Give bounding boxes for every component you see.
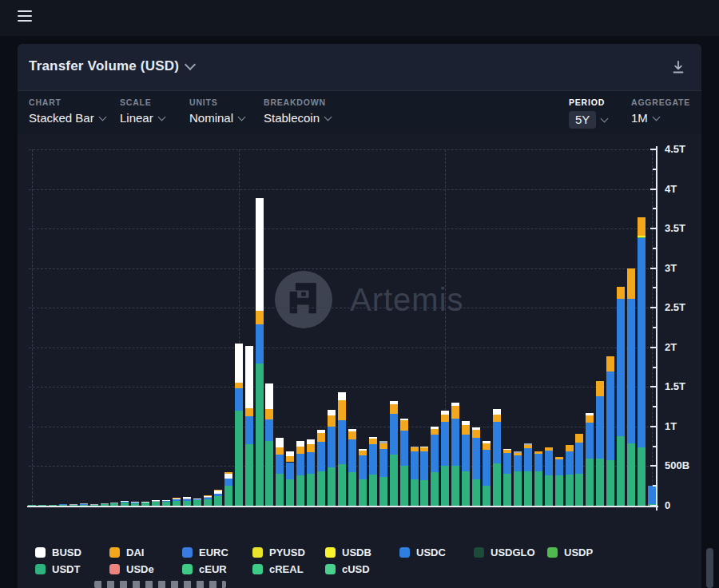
bar-segment-USDT[interactable] [369, 475, 377, 506]
legend-item-USDe[interactable]: USDe [109, 563, 154, 574]
bar-segment-OTHER[interactable] [204, 497, 212, 498]
bar-segment-USDC[interactable] [534, 454, 542, 472]
bar-segment-USDC[interactable] [555, 459, 563, 476]
bar-segment-USDT[interactable] [617, 436, 625, 506]
bar-segment-DAI[interactable] [359, 451, 367, 455]
bar-segment-DAI[interactable] [503, 450, 511, 453]
bar-segment-OTHER[interactable] [101, 503, 109, 504]
bar-segment-USDC[interactable] [617, 299, 625, 435]
bar-segment-BUSD[interactable] [276, 438, 284, 447]
bar-segment-DAI[interactable] [514, 453, 522, 455]
bar-segment-BUSD[interactable] [369, 437, 377, 439]
bar-segment-USDC[interactable] [493, 422, 501, 464]
legend-item-USDC[interactable]: USDC [399, 546, 446, 558]
bar-segment-USDT[interactable] [638, 447, 646, 506]
bar-segment-BUSD[interactable] [162, 500, 170, 501]
bar-segment-DAI[interactable] [420, 447, 428, 451]
bar-segment-USDT[interactable] [606, 460, 614, 506]
bar-segment-USDC[interactable] [265, 419, 273, 441]
download-button[interactable] [669, 58, 687, 76]
bar-segment-BUSD[interactable] [183, 497, 191, 499]
bar-segment-DAI[interactable] [638, 217, 646, 236]
bar-segment-DAI[interactable] [296, 447, 304, 454]
bar-segment-USDB[interactable] [638, 236, 646, 236]
bar-segment-BUSD[interactable] [121, 501, 129, 502]
bar-segment-DAI[interactable] [235, 383, 243, 388]
bar-segment-USDT[interactable] [317, 471, 325, 506]
bar-segment-DAI[interactable] [214, 490, 222, 491]
bar-segment-BUSD[interactable] [214, 491, 222, 493]
bar-segment-DAI[interactable] [307, 444, 315, 452]
legend-item-PYUSD[interactable]: PYUSD [252, 546, 305, 558]
bar-segment-OTHER[interactable] [90, 504, 98, 505]
bar-segment-BUSD[interactable] [472, 427, 480, 430]
bar-segment-BUSD[interactable] [338, 392, 346, 400]
bar-segment-USDC[interactable] [638, 238, 646, 447]
bar-segment-DAI[interactable] [204, 495, 212, 496]
bar-segment-USDT[interactable] [193, 500, 201, 506]
bar-segment-DAI[interactable] [566, 445, 574, 451]
bar-segment-DAI[interactable] [575, 434, 583, 443]
bar-segment-USDC[interactable] [286, 463, 294, 480]
legend-item-EURC[interactable]: EURC [182, 546, 228, 558]
bar-segment-USDC[interactable] [472, 438, 480, 480]
bar-segment-DAI[interactable] [606, 356, 614, 371]
bar-segment-USDC[interactable] [214, 494, 222, 496]
bar-segment-USDC[interactable] [204, 498, 212, 499]
bar-segment-USDC[interactable] [451, 419, 459, 466]
bar-segment-DAI[interactable] [524, 445, 532, 448]
bar-segment-DAI[interactable] [617, 287, 625, 299]
bar-segment-USDC[interactable] [514, 455, 522, 472]
bar-segment-USDC[interactable] [235, 388, 243, 411]
bar-segment-BUSD[interactable] [245, 346, 253, 408]
bar-segment-USDC[interactable] [328, 427, 336, 468]
chart-plot-area[interactable]: Artemis 0500B1T1.5T2T2.5T3T3.5T4T4.5TJun… [18, 133, 701, 588]
bar-segment-USDT[interactable] [296, 475, 304, 506]
bar-segment-DAI[interactable] [317, 433, 325, 442]
bar-segment-DAI[interactable] [369, 439, 377, 444]
bar-segment-USDT[interactable] [441, 466, 449, 506]
bar-segment-USDT[interactable] [214, 496, 222, 506]
legend-item-USDP[interactable]: USDP [547, 546, 593, 558]
control-scale[interactable]: SCALE Linear [120, 97, 165, 125]
bar-segment-USDC[interactable] [141, 502, 149, 503]
bar-segment-USDC[interactable] [348, 439, 356, 473]
bar-segment-USDC[interactable] [431, 435, 439, 473]
bar-segment-USDC[interactable] [411, 451, 419, 480]
bar-segment-BUSD[interactable] [390, 401, 398, 404]
bar-segment-USDT[interactable] [534, 471, 542, 506]
bar-segment-USDC[interactable] [545, 451, 553, 476]
bar-segment-DAI[interactable] [390, 404, 398, 414]
bar-segment-USDT[interactable] [493, 463, 501, 506]
chart-title-dropdown[interactable]: Transfer Volume (USD) [29, 58, 194, 74]
control-period[interactable]: PERIOD 5Y [569, 97, 607, 129]
bar-segment-OTHER[interactable] [183, 499, 191, 499]
bar-segment-USDC[interactable] [503, 453, 511, 475]
bar-segment-BUSD[interactable] [586, 413, 594, 415]
bar-segment-DAI[interactable] [441, 415, 449, 422]
bar-segment-DAI[interactable] [379, 443, 387, 449]
bar-segment-OTHER[interactable] [379, 441, 387, 443]
bar-segment-USDT[interactable] [431, 472, 439, 506]
bar-segment-BUSD[interactable] [286, 451, 294, 456]
vertical-scrollbar[interactable] [706, 548, 713, 588]
bar-segment-USDT[interactable] [524, 471, 532, 506]
bar-segment-USDC[interactable] [183, 499, 191, 501]
bar-segment-USDC[interactable] [307, 452, 315, 475]
legend-item-USDGLO[interactable]: USDGLO [474, 546, 535, 558]
bar-segment-USDC[interactable] [369, 444, 377, 475]
bar-segment-USDT[interactable] [276, 474, 284, 506]
bar-segment-DAI[interactable] [173, 498, 181, 499]
bar-segment-BUSD[interactable] [420, 447, 428, 447]
bar-segment-USDT[interactable] [596, 459, 604, 506]
bar-segment-USDT[interactable] [245, 444, 253, 506]
bar-segment-USDT[interactable] [204, 499, 212, 506]
bar-segment-USDT[interactable] [627, 443, 635, 506]
bar-segment-DAI[interactable] [245, 408, 253, 416]
bar-segment-USDT[interactable] [235, 411, 243, 506]
bar-segment-USDT[interactable] [451, 466, 459, 506]
bar-segment-USDC[interactable] [441, 422, 449, 467]
bar-segment-USDT[interactable] [224, 486, 232, 506]
bar-segment-USDC[interactable] [596, 396, 604, 458]
bar-segment-USDC[interactable] [173, 499, 181, 500]
